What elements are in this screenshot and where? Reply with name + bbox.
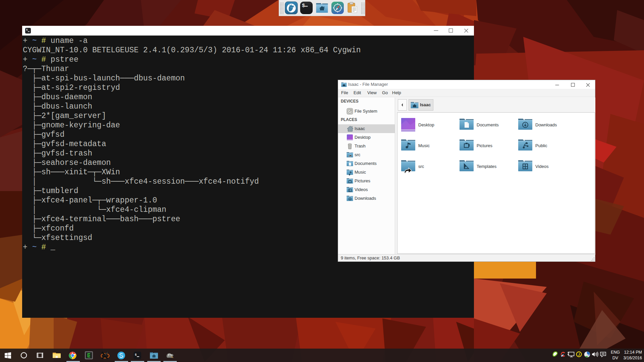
svg-text:$: $ [26, 28, 28, 31]
svg-text:$: $ [302, 3, 305, 9]
svg-text:$: $ [135, 353, 137, 357]
